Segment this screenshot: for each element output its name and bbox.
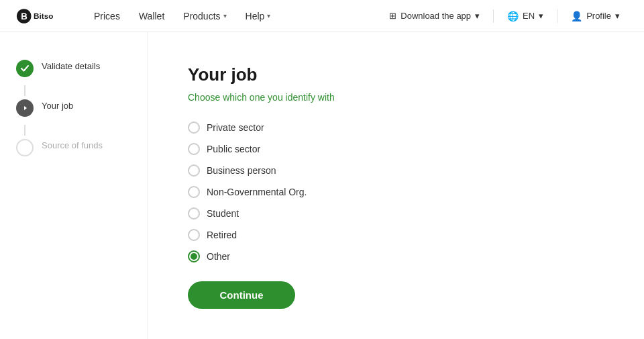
option-student[interactable]: Student [188,207,604,220]
subtitle-after: with [315,92,335,103]
step-source-of-funds: Source of funds [16,138,131,156]
option-business-person[interactable]: Business person [188,164,604,177]
chevron-down-icon: ▾ [615,11,620,21]
chevron-down-icon: ▾ [475,11,480,21]
job-options: Private sector Public sector Business pe… [188,122,604,262]
label-private-sector: Private sector [207,122,264,133]
step-label-validate: Validate details [42,59,100,71]
chevron-down-icon: ▾ [539,11,543,21]
user-icon: 👤 [571,11,582,21]
chevron-down-icon: ▾ [267,12,270,19]
nav-wallet[interactable]: Wallet [131,7,172,26]
label-business-person: Business person [207,165,276,176]
option-retired[interactable]: Retired [188,229,604,241]
subtitle-highlight-which: which [223,92,247,103]
nav-divider-2 [557,9,557,23]
sidebar: Validate details Your job Source of fund… [0,32,148,339]
nav-products[interactable]: Products ▾ [175,7,234,26]
navbar: Bitso Prices Wallet Products ▾ Help ▾ ⊞ … [0,0,644,32]
step-validate: Validate details [16,59,131,77]
step-connector-1 [24,85,25,96]
language-selector[interactable]: 🌐 EN ▾ [499,7,551,26]
download-app-button[interactable]: ⊞ Download the app ▾ [381,7,488,25]
page-title: Your job [188,64,604,85]
continue-button[interactable]: Continue [188,281,295,309]
label-other: Other [207,251,230,262]
grid-icon: ⊞ [389,11,396,21]
radio-retired [188,229,200,241]
option-private-sector[interactable]: Private sector [188,122,604,134]
label-public-sector: Public sector [207,144,260,154]
radio-inner-other [191,253,197,260]
nav-prices[interactable]: Prices [86,7,128,26]
label-student: Student [207,208,239,219]
label-retired: Retired [207,230,237,240]
step-connector-2 [24,125,25,136]
nav-divider [493,9,494,23]
step-circle-your-job [16,99,34,117]
radio-business-person [188,164,200,177]
option-non-governmental[interactable]: Non-Governmental Org. [188,186,604,198]
logo[interactable]: Bitso [16,8,64,24]
subtitle-highlight-you: you identify [268,92,315,103]
main-container: Validate details Your job Source of fund… [0,32,644,339]
svg-text:Bitso: Bitso [34,11,53,20]
subtitle-middle: one [247,92,268,103]
chevron-down-icon: ▾ [223,12,227,19]
subtitle-before: Choose [188,92,223,103]
globe-icon: 🌐 [507,11,519,21]
option-other[interactable]: Other [188,250,604,262]
step-your-job: Your job [16,99,131,117]
radio-non-governmental [188,186,200,198]
radio-other [188,250,200,262]
svg-marker-2 [24,106,27,110]
label-non-governmental: Non-Governmental Org. [207,187,307,197]
step-label-source: Source of funds [42,138,103,150]
step-label-your-job: Your job [42,99,73,111]
nav-links: Prices Wallet Products ▾ Help ▾ [86,7,278,26]
profile-button[interactable]: 👤 Profile ▾ [563,7,628,26]
page-subtitle: Choose which one you identify with [188,92,604,103]
radio-public-sector [188,143,200,155]
radio-private-sector [188,122,200,134]
nav-help[interactable]: Help ▾ [237,7,279,26]
step-circle-source [16,139,34,156]
navbar-right: ⊞ Download the app ▾ 🌐 EN ▾ 👤 Profile ▾ [381,7,628,26]
radio-student [188,207,200,220]
step-circle-validate [16,60,34,77]
option-public-sector[interactable]: Public sector [188,143,604,155]
content-area: Your job Choose which one you identify w… [148,32,644,339]
